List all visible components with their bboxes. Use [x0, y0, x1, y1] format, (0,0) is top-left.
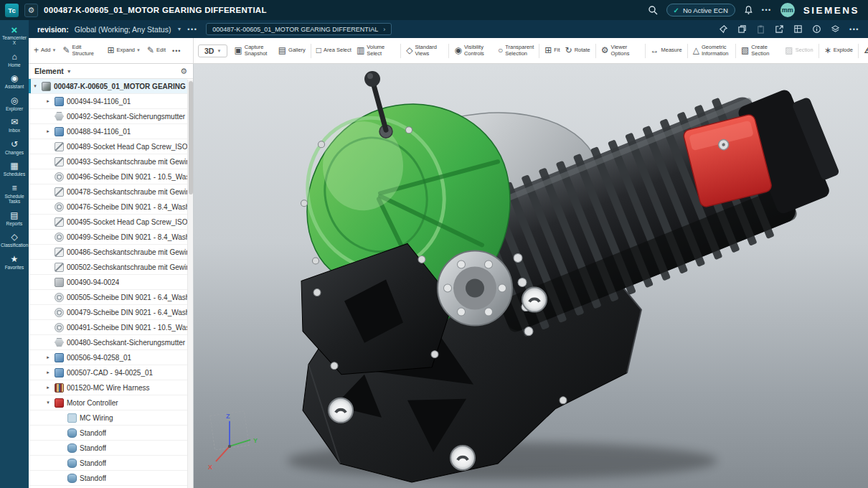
expand-button[interactable]: ⊞Expand ▼: [105, 44, 143, 57]
chevron-down-icon[interactable]: ▼: [176, 27, 181, 32]
sidebar-item-schedule-tasks[interactable]: ≡Schedule Tasks: [0, 181, 29, 208]
tree-row[interactable]: 000491-Scheibe DIN 9021 - 10.5_Washer DI…: [29, 320, 187, 335]
expand-caret-icon[interactable]: ▸: [44, 128, 52, 134]
tree-item-label: 000496-Scheibe DIN 9021 - 10.5_Washer DI…: [67, 173, 187, 181]
tree-row[interactable]: ▸000494-94-1106_01: [29, 94, 187, 109]
tree-row[interactable]: Standoff: [29, 471, 187, 486]
tree-row[interactable]: 000490-94-0024: [29, 275, 187, 290]
tree-row[interactable]: 000496-Scheibe DIN 9021 - 10.5_Washer DI…: [29, 169, 187, 184]
revision-more-button[interactable]: •••: [187, 26, 197, 33]
tree-header-label[interactable]: Element: [34, 67, 64, 75]
expand-caret-icon[interactable]: ▸: [44, 355, 52, 360]
pmi-button[interactable]: ∡PMI: [862, 44, 868, 57]
edit-structure-button[interactable]: ✎Edit Structure: [60, 43, 103, 58]
tree-row[interactable]: MC Wiring: [29, 410, 187, 426]
user-avatar[interactable]: mm: [780, 3, 795, 17]
create-section-button[interactable]: ▧Create Section: [739, 43, 782, 58]
sidebar-item-home[interactable]: ⌂Home: [0, 50, 29, 71]
no-active-ecn-button[interactable]: ✓ No Active ECN: [666, 4, 735, 17]
scrollbar-thumb[interactable]: [189, 81, 193, 194]
add-button[interactable]: +Add ▼: [32, 44, 58, 57]
visibility-controls-button[interactable]: ◉Visibility Controls: [452, 43, 494, 58]
tree-row[interactable]: ▸000506-94-0258_01: [29, 350, 187, 365]
sidebar-item-assistant[interactable]: ◉Assistant: [0, 71, 29, 93]
area-select-button[interactable]: □Area Select: [314, 44, 354, 57]
open-button[interactable]: [775, 24, 784, 34]
tree-row[interactable]: 000502-Sechskantschraube mit Gewinde bis…: [29, 260, 187, 275]
paste-button[interactable]: [756, 24, 765, 34]
tree-row[interactable]: 000499-Scheibe DIN 9021 - 8.4_Washer DIN…: [29, 230, 187, 245]
info-button[interactable]: [812, 24, 821, 34]
collapse-caret-icon[interactable]: ▾: [44, 400, 52, 405]
tree-row[interactable]: 000492-Sechskant-Sicherungsmutter ISO 70…: [29, 109, 187, 124]
sidebar-item-explorer[interactable]: ◎Explorer: [0, 93, 29, 115]
header-more-button[interactable]: •••: [762, 6, 772, 14]
tree-row[interactable]: ▾Motor Controller: [29, 395, 187, 410]
electric-motor[interactable]: [458, 66, 852, 342]
tree-row[interactable]: 000479-Scheibe DIN 9021 - 6.4_Washer DIN…: [29, 305, 187, 320]
tree-row[interactable]: 000478-Sechskantschraube mit Gewinde bis…: [29, 184, 187, 200]
button-label: Section: [796, 47, 813, 53]
tree-row[interactable]: ▾000487-K-00605_01_MOTOR GEARING DIFFERE…: [29, 79, 187, 94]
tree-row[interactable]: 000489-Socket Head Cap Screw_ISO_ISO 476…: [29, 139, 187, 154]
actions-more-button[interactable]: •••: [849, 26, 859, 33]
collapse-caret-icon[interactable]: ▾: [32, 83, 39, 89]
tree-row[interactable]: Standoff: [29, 426, 187, 441]
breadcrumb[interactable]: 000487-K-00605_01_MOTOR GEARING DIFFEREN…: [206, 23, 392, 35]
classification-icon: ◇: [11, 233, 17, 242]
tree-row[interactable]: 000476-Scheibe DIN 9021 - 8.4_Washer DIN…: [29, 200, 187, 215]
transparent-selection-button[interactable]: ○Transparent Selection: [496, 43, 536, 58]
differential-hub[interactable]: [438, 250, 512, 325]
teamcenter-logo[interactable]: Tc: [5, 4, 19, 17]
tree-scrollbar[interactable]: [187, 80, 193, 488]
fit-button[interactable]: ⊞Fit: [542, 44, 562, 57]
tree-row[interactable]: 000505-Scheibe DIN 9021 - 6.4_Washer DIN…: [29, 290, 187, 305]
tree-header: Element ▼ ⚙: [29, 64, 193, 79]
viewer-mode-button[interactable]: 3D ▼: [198, 44, 227, 57]
table-view-button[interactable]: [793, 24, 803, 34]
search-button[interactable]: [648, 5, 658, 15]
section-button[interactable]: ▨Section: [783, 44, 815, 57]
chevron-down-icon[interactable]: ▼: [67, 69, 72, 74]
structure-more-button[interactable]: •••: [170, 47, 183, 55]
tree-row[interactable]: ▸001520-MC Wire Harness: [29, 380, 187, 395]
tree-row[interactable]: 000493-Sechskantschraube mit Gewinde bis…: [29, 154, 187, 169]
expand-caret-icon[interactable]: ▸: [44, 370, 52, 375]
sidebar-item-teamcenter-x[interactable]: ×Teamcenter X: [0, 22, 29, 50]
revision-value[interactable]: Global (Working; Any Status): [75, 25, 171, 34]
viewer-options-button[interactable]: ⚙Viewer Options: [599, 43, 642, 58]
tree-row[interactable]: 000480-Sechskant-Sicherungsmutter ISO 70…: [29, 335, 187, 350]
notifications-button[interactable]: [744, 5, 753, 15]
3d-viewport[interactable]: Z Y X: [194, 64, 868, 488]
tree-row[interactable]: Standoff: [29, 456, 187, 471]
sidebar-item-schedules[interactable]: ▦Schedules: [0, 159, 29, 180]
tree-settings-button[interactable]: ⚙: [180, 67, 187, 76]
gallery-button[interactable]: ▤Gallery: [276, 44, 308, 57]
tree-row[interactable]: Standoff: [29, 441, 187, 456]
capture-snapshot-button[interactable]: ▣Capture Snapshot: [232, 43, 275, 58]
sidebar-item-reports[interactable]: ▤Reports: [0, 208, 29, 230]
3d-model-canvas[interactable]: Z Y X: [194, 64, 868, 488]
expand-caret-icon[interactable]: ▸: [44, 385, 52, 390]
standard-views-button[interactable]: ◇Standard Views: [404, 43, 445, 58]
explode-button[interactable]: ∗Explode: [822, 44, 855, 57]
sidebar-item-inbox[interactable]: ✉Inbox: [0, 115, 29, 136]
compare-button[interactable]: [831, 24, 840, 34]
edit-button[interactable]: ✎Edit: [145, 44, 168, 57]
axis-triad[interactable]: Z Y X: [208, 411, 258, 471]
pin-button[interactable]: [719, 24, 728, 34]
sidebar-item-favorites[interactable]: ★Favorites: [0, 252, 29, 273]
tree-row[interactable]: ▸000488-94-1106_01: [29, 124, 187, 139]
tree-row[interactable]: 000486-Sechskantschraube mit Gewinde bis…: [29, 245, 187, 260]
expand-caret-icon[interactable]: ▸: [44, 98, 52, 104]
volume-select-button[interactable]: ▥Volume Select: [354, 43, 397, 58]
geometric-information-button[interactable]: △Geometric Information: [691, 43, 732, 58]
copy-button[interactable]: [737, 24, 747, 34]
sidebar-item-changes[interactable]: ↺Changes: [0, 137, 29, 159]
tree-item-label: 000499-Scheibe DIN 9021 - 8.4_Washer DIN…: [67, 233, 187, 241]
tree-row[interactable]: 000495-Socket Head Cap Screw_ISO_ISO 476…: [29, 215, 187, 230]
tree-row[interactable]: ▸000507-CAD - 94-0025_01: [29, 365, 187, 380]
measure-button[interactable]: ↔Measure: [648, 44, 684, 57]
sidebar-item-classification[interactable]: ◇Classification: [0, 230, 29, 251]
rotate-button[interactable]: ↻Rotate: [563, 44, 593, 57]
